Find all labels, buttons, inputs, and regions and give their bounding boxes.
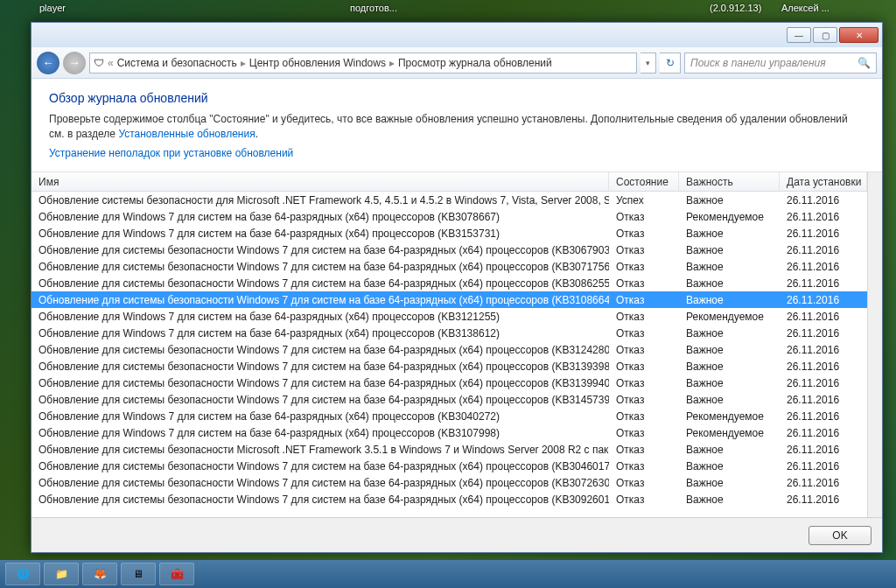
cell-name: Обновление для системы безопасности Wind… xyxy=(32,275,609,291)
pane-header: Обзор журнала обновлений Проверьте содер… xyxy=(32,79,882,168)
cell-date: 26.11.2016 xyxy=(780,341,867,358)
cell-date: 26.11.2016 xyxy=(780,358,867,374)
breadcrumb-dropdown[interactable]: ▾ xyxy=(640,52,656,74)
cell-name: Обновление для Windows 7 для систем на б… xyxy=(32,325,609,341)
chevron-right-icon: ▸ xyxy=(389,57,395,69)
desktop-icon-label: (2.0.912.13) xyxy=(710,3,761,13)
cell-status: Отказ xyxy=(609,308,679,325)
column-header-status[interactable]: Состояние xyxy=(609,172,679,191)
table-row[interactable]: Обновление для Windows 7 для систем на б… xyxy=(32,325,867,341)
cell-date: 26.11.2016 xyxy=(780,325,867,341)
column-header-date[interactable]: Дата установки xyxy=(780,172,867,191)
titlebar: — ▢ ✕ xyxy=(32,23,882,47)
control-panel-icon: 🛡 xyxy=(94,57,104,69)
desktop-icon-label: player xyxy=(39,3,66,13)
cell-name: Обновление для системы безопасности Wind… xyxy=(32,291,609,308)
ok-button[interactable]: OK xyxy=(808,526,872,545)
installed-updates-link[interactable]: Установленные обновления xyxy=(118,128,255,140)
cell-importance: Важное xyxy=(679,441,780,458)
refresh-button[interactable]: ↻ xyxy=(660,52,681,74)
table-row[interactable]: Обновление для системы безопасности Wind… xyxy=(32,474,867,491)
cell-importance: Важное xyxy=(679,491,780,508)
taskbar-ie-icon[interactable]: 🌐 xyxy=(5,563,40,585)
table-row[interactable]: Обновление для системы безопасности Wind… xyxy=(32,458,867,474)
taskbar-explorer-icon[interactable]: 📁 xyxy=(44,563,79,585)
cell-status: Отказ xyxy=(609,341,679,358)
table-row[interactable]: Обновление системы безопасности для Micr… xyxy=(32,192,867,208)
breadcrumb[interactable]: 🛡 « Система и безопасность ▸ Центр обнов… xyxy=(89,52,637,74)
desktop-icon-label: подготов... xyxy=(350,3,397,13)
table-row[interactable]: Обновление для системы безопасности Wind… xyxy=(32,291,867,308)
list-header: Имя Состояние Важность Дата установки xyxy=(32,172,867,192)
column-header-name[interactable]: Имя xyxy=(32,172,609,191)
table-row[interactable]: Обновление для Windows 7 для систем на б… xyxy=(32,424,867,441)
table-row[interactable]: Обновление для системы безопасности Micr… xyxy=(32,441,867,458)
forward-button[interactable]: → xyxy=(63,52,86,74)
cell-name: Обновление для системы безопасности Wind… xyxy=(32,391,609,408)
cell-date: 26.11.2016 xyxy=(780,291,867,308)
navbar: ← → 🛡 « Система и безопасность ▸ Центр о… xyxy=(32,47,882,79)
table-row[interactable]: Обновление для системы безопасности Wind… xyxy=(32,275,867,291)
taskbar-app-icon[interactable]: 🖥 xyxy=(121,563,156,585)
cell-importance: Важное xyxy=(679,325,780,341)
table-row[interactable]: Обновление для системы безопасности Wind… xyxy=(32,242,867,258)
cell-date: 26.11.2016 xyxy=(780,192,867,208)
cell-status: Отказ xyxy=(609,458,679,474)
table-row[interactable]: Обновление для Windows 7 для систем на б… xyxy=(32,308,867,325)
arrow-left-icon: ← xyxy=(43,56,54,69)
cell-importance: Важное xyxy=(679,291,780,308)
search-input[interactable]: Поиск в панели управления 🔍 xyxy=(684,52,877,74)
breadcrumb-item[interactable]: Система и безопасность xyxy=(117,57,237,69)
cell-status: Отказ xyxy=(609,374,679,391)
cell-status: Отказ xyxy=(609,441,679,458)
table-row[interactable]: Обновление для Windows 7 для систем на б… xyxy=(32,225,867,242)
table-row[interactable]: Обновление для системы безопасности Wind… xyxy=(32,491,867,508)
cell-name: Обновление для Windows 7 для систем на б… xyxy=(32,308,609,325)
column-header-importance[interactable]: Важность xyxy=(679,172,780,191)
cell-name: Обновление для системы безопасности Wind… xyxy=(32,374,609,391)
cell-name: Обновление для системы безопасности Wind… xyxy=(32,258,609,275)
cell-importance: Важное xyxy=(679,275,780,291)
cell-importance: Важное xyxy=(679,358,780,374)
table-row[interactable]: Обновление для системы безопасности Wind… xyxy=(32,358,867,374)
table-row[interactable]: Обновление для системы безопасности Wind… xyxy=(32,258,867,275)
update-list: Имя Состояние Важность Дата установки Об… xyxy=(32,172,867,517)
maximize-button[interactable]: ▢ xyxy=(813,27,837,43)
taskbar[interactable]: 🌐 📁 🦊 🖥 🧰 xyxy=(0,560,896,588)
table-row[interactable]: Обновление для системы безопасности Wind… xyxy=(32,391,867,408)
table-row[interactable]: Обновление для Windows 7 для систем на б… xyxy=(32,408,867,424)
cell-date: 26.11.2016 xyxy=(780,258,867,275)
scrollbar[interactable] xyxy=(867,172,882,517)
taskbar-app-icon[interactable]: 🧰 xyxy=(159,563,194,585)
chevron-right-icon: ▸ xyxy=(241,57,246,69)
taskbar-firefox-icon[interactable]: 🦊 xyxy=(82,563,117,585)
breadcrumb-item[interactable]: Центр обновления Windows xyxy=(249,57,386,69)
cell-name: Обновление для системы безопасности Wind… xyxy=(32,474,609,491)
cell-importance: Важное xyxy=(679,458,780,474)
cell-name: Обновление для системы безопасности Wind… xyxy=(32,491,609,508)
content-pane: Обзор журнала обновлений Проверьте содер… xyxy=(32,79,882,552)
breadcrumb-item[interactable]: Просмотр журнала обновлений xyxy=(398,57,552,69)
cell-status: Отказ xyxy=(609,208,679,225)
cell-status: Отказ xyxy=(609,391,679,408)
cell-date: 26.11.2016 xyxy=(780,374,867,391)
list-body[interactable]: Обновление системы безопасности для Micr… xyxy=(32,192,867,517)
table-row[interactable]: Обновление для системы безопасности Wind… xyxy=(32,374,867,391)
refresh-icon: ↻ xyxy=(666,57,675,69)
table-row[interactable]: Обновление для системы безопасности Wind… xyxy=(32,341,867,358)
table-row[interactable]: Обновление для Windows 7 для систем на б… xyxy=(32,208,867,225)
minimize-button[interactable]: — xyxy=(787,27,811,43)
cell-name: Обновление для системы безопасности Wind… xyxy=(32,458,609,474)
cell-importance: Важное xyxy=(679,391,780,408)
cell-importance: Важное xyxy=(679,192,780,208)
troubleshoot-link[interactable]: Устранение неполадок при установке обнов… xyxy=(49,147,293,159)
cell-status: Отказ xyxy=(609,424,679,441)
back-button[interactable]: ← xyxy=(37,52,60,74)
search-icon: 🔍 xyxy=(858,57,871,69)
cell-status: Отказ xyxy=(609,258,679,275)
cell-date: 26.11.2016 xyxy=(780,491,867,508)
search-placeholder: Поиск в панели управления xyxy=(690,57,826,69)
close-button[interactable]: ✕ xyxy=(839,27,878,43)
cell-status: Отказ xyxy=(609,325,679,341)
cell-date: 26.11.2016 xyxy=(780,275,867,291)
